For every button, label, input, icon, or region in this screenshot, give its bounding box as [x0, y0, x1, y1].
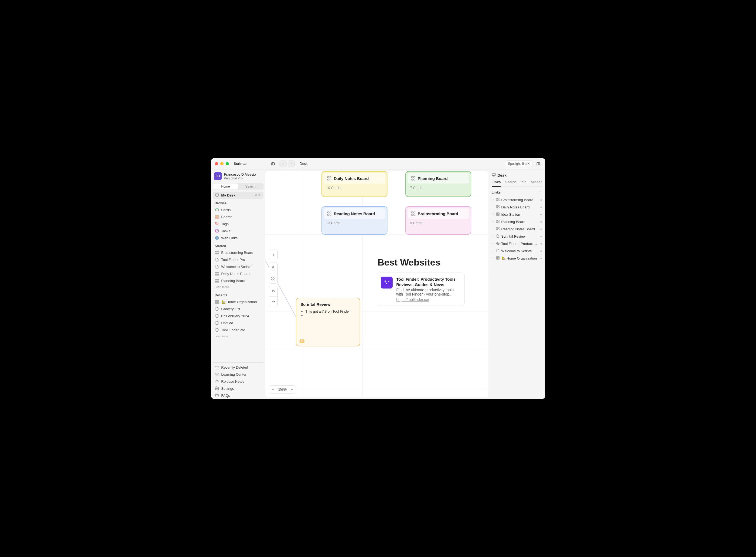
sidebar-item[interactable]: Tool Finder Pro [213, 326, 264, 333]
svg-rect-21 [217, 274, 219, 275]
sidebar-item-cards[interactable]: Cards [213, 206, 264, 213]
link-item[interactable]: Brainstorming Board [491, 196, 543, 204]
sidebar-item-tasks[interactable]: Tasks [213, 227, 264, 234]
footer-recently-deleted[interactable]: Recently Deleted [213, 364, 264, 371]
svg-rect-27 [217, 300, 219, 301]
note-bullet: This got a 7.8 on Tool Finder [305, 310, 355, 314]
svg-rect-70 [496, 220, 497, 221]
web-link-icon [381, 276, 393, 289]
window-controls[interactable] [215, 162, 229, 165]
sidebar-item-tags[interactable]: Tags [213, 220, 264, 227]
sidebar-toggle-icon[interactable] [270, 160, 276, 167]
starred-load-more[interactable]: Load more [213, 284, 264, 291]
svg-rect-74 [496, 227, 497, 228]
link-item[interactable]: Reading Notes Board [491, 226, 543, 233]
collapse-icon[interactable] [538, 190, 542, 195]
sidebar-item[interactable]: 07 February 2024 [213, 312, 264, 319]
svg-rect-47 [414, 212, 415, 213]
sidebar-item[interactable]: Grocery List [213, 305, 264, 312]
chevron-right-icon [492, 212, 494, 216]
web-link-title: Tool Finder: Productivity Tools Reviews,… [396, 276, 460, 287]
svg-rect-34 [327, 176, 329, 178]
svg-rect-25 [217, 281, 219, 282]
web-link-url[interactable]: https://toolfinder.co/ [396, 297, 460, 302]
recents-load-more[interactable]: Load more [213, 333, 264, 340]
link-item[interactable]: Planning Board [491, 218, 543, 226]
sidebar-item-web-links[interactable]: Web Links [213, 234, 264, 241]
tasks-icon [215, 229, 219, 233]
right-panel-toggle-icon[interactable] [535, 160, 541, 167]
zoom-in-button[interactable]: + [288, 386, 296, 393]
user-plan: Personal Pro [224, 176, 256, 180]
zoom-out-button[interactable]: − [269, 386, 277, 393]
svg-rect-80 [498, 257, 499, 258]
board-title: Brainstorming Board [418, 211, 458, 216]
tab-search[interactable]: Search [238, 183, 263, 189]
link-item[interactable]: Tool Finder: Productivity Tool... [491, 240, 543, 247]
board-icon [496, 219, 500, 224]
footer-faqs[interactable]: FAQs [213, 392, 264, 399]
sidebar-item-boards[interactable]: Boards [213, 213, 264, 220]
chevron-right-icon [492, 256, 494, 260]
right-tab-links[interactable]: Links [492, 180, 501, 187]
web-link-card[interactable]: Tool Finder: Productivity Tools Reviews,… [376, 272, 464, 306]
svg-rect-15 [217, 251, 219, 252]
status-dot-icon [540, 221, 542, 223]
sidebar-item[interactable]: Planning Board [213, 277, 264, 284]
sidebar-item[interactable]: Daily Notes Board [213, 270, 264, 277]
svg-rect-68 [496, 214, 497, 215]
link-item[interactable]: 🏡 Home Organization [491, 255, 543, 262]
web-link-desc: Find the ultimate productivity tools wit… [396, 288, 460, 296]
svg-rect-58 [496, 198, 497, 199]
svg-rect-39 [414, 176, 415, 178]
svg-rect-48 [411, 214, 413, 215]
sidebar-item-mydesk[interactable]: My Desk ⌘⇧D [213, 192, 264, 199]
board-card-count: 13 Cards [322, 219, 387, 228]
svg-rect-24 [215, 281, 217, 282]
note-card-scrintal-review[interactable]: Scrintal Review This got a 7.8 on Tool F… [296, 298, 360, 346]
link-item[interactable]: Daily Notes Board [491, 204, 543, 211]
footer-release-notes[interactable]: Release Notes [213, 378, 264, 385]
tab-home[interactable]: Home [213, 183, 238, 189]
link-item[interactable]: Scrintal Review [491, 233, 543, 240]
user-profile[interactable]: FD Francesco D'Alessio Personal Pro [213, 171, 264, 181]
card-icon [496, 234, 500, 239]
board-tool-icon[interactable] [269, 273, 277, 283]
sidebar-item[interactable]: Welcome to Scrintal! [213, 263, 264, 270]
svg-rect-63 [498, 205, 499, 206]
link-item[interactable]: Idea Station [491, 211, 543, 218]
web-links-icon [215, 236, 219, 240]
note-link-count-badge: 2 [300, 340, 304, 343]
add-tool-icon[interactable] [269, 250, 277, 260]
svg-rect-45 [330, 214, 331, 215]
redo-icon[interactable] [269, 296, 277, 306]
svg-rect-69 [498, 214, 499, 215]
footer-learning-center[interactable]: Learning Center [213, 371, 264, 378]
nav-back-icon[interactable] [279, 160, 286, 167]
right-tab-search[interactable]: Search [505, 180, 516, 186]
board-card[interactable]: Brainstorming Board5 Cards [405, 206, 471, 235]
sidebar-item[interactable]: 🏡 Home Organization [213, 298, 264, 305]
svg-rect-20 [215, 274, 217, 275]
right-tab-info[interactable]: Info [521, 180, 526, 186]
right-tab-actions[interactable]: Actions [531, 180, 542, 186]
chevron-right-icon [492, 227, 494, 231]
svg-rect-66 [496, 213, 497, 214]
link-item[interactable]: Welcome to Scrintal! [491, 247, 543, 255]
svg-rect-61 [498, 200, 499, 201]
sidebar-item[interactable]: Untitled [213, 319, 264, 326]
spotlight-button[interactable]: Spotlight ⌘⇧K [505, 160, 533, 167]
svg-rect-35 [330, 176, 331, 178]
board-card[interactable]: Reading Notes Board13 Cards [322, 206, 388, 235]
sidebar-item[interactable]: Tool Finder Pro [213, 256, 264, 263]
board-card[interactable]: Daily Notes Board10 Cards [322, 171, 388, 197]
sidebar-item[interactable]: Brainstorming Board [213, 249, 264, 256]
board-card[interactable]: Planning Board7 Cards [405, 171, 471, 197]
hand-tool-icon[interactable] [269, 263, 277, 273]
footer-settings[interactable]: Settings [213, 385, 264, 392]
nav-forward-icon[interactable] [288, 160, 295, 167]
svg-rect-77 [498, 229, 499, 230]
undo-icon[interactable] [269, 286, 277, 296]
svg-rect-67 [498, 213, 499, 214]
zoom-value: 158% [277, 387, 289, 391]
